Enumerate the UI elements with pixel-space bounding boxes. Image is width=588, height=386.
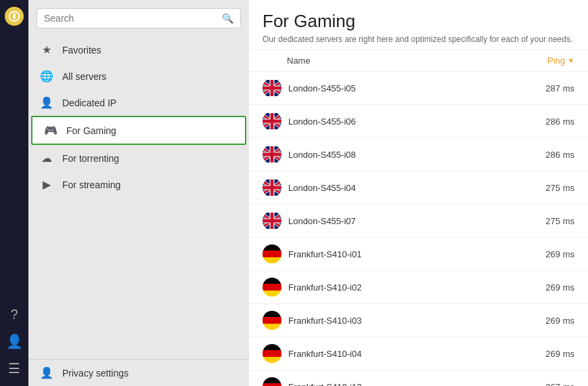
server-name: London-S455-i08 bbox=[288, 150, 507, 160]
table-row[interactable]: London-S455-i06 286 ms bbox=[249, 105, 588, 138]
server-name: London-S455-i07 bbox=[288, 216, 507, 226]
table-row[interactable]: London-S455-i04 275 ms bbox=[249, 171, 588, 205]
server-ping: 286 ms bbox=[507, 116, 574, 127]
streaming-icon: ▶ bbox=[39, 178, 54, 191]
server-ping: 269 ms bbox=[507, 316, 574, 326]
flag-de bbox=[263, 311, 281, 330]
table-header: Name Ping ▼ bbox=[249, 50, 588, 72]
server-ping: 275 ms bbox=[507, 183, 574, 193]
gaming-icon: 🎮 bbox=[43, 124, 58, 137]
sidebar-item-label: For streaming bbox=[62, 179, 120, 190]
main-content: For Gaming Our dedicated servers are rig… bbox=[249, 0, 588, 386]
column-ping[interactable]: Ping ▼ bbox=[507, 56, 574, 66]
server-ping: 269 ms bbox=[507, 349, 574, 359]
server-ping: 267 ms bbox=[507, 382, 574, 387]
flag-de bbox=[263, 244, 281, 263]
server-name: Frankfurt-S410-i12 bbox=[288, 382, 507, 387]
sidebar-item-for-gaming[interactable]: 🎮 For Gaming bbox=[31, 116, 246, 145]
app-logo bbox=[5, 7, 24, 26]
search-icon: 🔍 bbox=[222, 13, 233, 24]
sidebar-item-label: Favorites bbox=[62, 45, 101, 56]
server-ping: 275 ms bbox=[507, 216, 574, 226]
sidebar-item-dedicated-ip[interactable]: 👤 Dedicated IP bbox=[28, 89, 249, 116]
search-box[interactable]: 🔍 bbox=[37, 8, 241, 28]
sidebar-item-all-servers[interactable]: 🌐 All servers bbox=[28, 63, 249, 89]
server-name: London-S455-i06 bbox=[288, 116, 507, 127]
favorites-icon: ★ bbox=[39, 43, 54, 56]
dedicated-ip-icon: 👤 bbox=[39, 96, 54, 109]
server-ping: 287 ms bbox=[507, 83, 574, 93]
flag-uk bbox=[263, 145, 281, 164]
ping-label: Ping bbox=[547, 56, 565, 66]
account-icon[interactable]: 👤 bbox=[6, 333, 23, 349]
sidebar-item-label: All servers bbox=[62, 71, 106, 82]
privacy-icon: 👤 bbox=[39, 366, 54, 379]
sidebar-item-for-torrenting[interactable]: ☁ For torrenting bbox=[28, 145, 249, 171]
table-row[interactable]: London-S455-i08 286 ms bbox=[249, 138, 588, 171]
table-row[interactable]: Frankfurt-S410-i04 269 ms bbox=[249, 337, 588, 370]
icon-bar-bottom: ? 👤 ☰ bbox=[6, 307, 23, 386]
page-title: For Gaming bbox=[263, 11, 574, 32]
sidebar-item-favorites[interactable]: ★ Favorites bbox=[28, 37, 249, 63]
server-name: Frankfurt-S410-i03 bbox=[288, 316, 507, 326]
table-row[interactable]: London-S455-i07 275 ms bbox=[249, 205, 588, 238]
flag-uk bbox=[263, 211, 281, 230]
server-rows-container: London-S455-i05 287 ms London-S455-i06 2… bbox=[249, 72, 588, 386]
menu-icon[interactable]: ☰ bbox=[8, 360, 20, 377]
table-row[interactable]: London-S455-i05 287 ms bbox=[249, 72, 588, 105]
sidebar-item-label: For Gaming bbox=[66, 125, 116, 136]
flag-uk bbox=[263, 79, 281, 98]
server-ping: 269 ms bbox=[507, 282, 574, 293]
flag-de bbox=[263, 377, 281, 386]
search-input[interactable] bbox=[44, 13, 222, 24]
server-name: London-S455-i05 bbox=[288, 83, 507, 93]
server-name: London-S455-i04 bbox=[288, 183, 507, 193]
icon-bar: ? 👤 ☰ bbox=[0, 0, 28, 386]
server-ping: 269 ms bbox=[507, 249, 574, 259]
flag-de bbox=[263, 278, 281, 297]
flag-uk bbox=[263, 178, 281, 197]
table-row[interactable]: Frankfurt-S410-i03 269 ms bbox=[249, 304, 588, 337]
sidebar: 🔍 ★ Favorites 🌐 All servers 👤 Dedicated … bbox=[28, 0, 249, 386]
flag-uk bbox=[263, 112, 281, 131]
help-icon[interactable]: ? bbox=[10, 307, 18, 322]
server-table: Name Ping ▼ London-S455-i05 287 ms bbox=[249, 50, 588, 386]
sidebar-item-for-streaming[interactable]: ▶ For streaming bbox=[28, 171, 249, 198]
server-name: Frankfurt-S410-i01 bbox=[288, 249, 507, 259]
table-row[interactable]: Frankfurt-S410-i12 267 ms bbox=[249, 370, 588, 386]
sidebar-item-label: For torrenting bbox=[62, 153, 119, 164]
main-header: For Gaming Our dedicated servers are rig… bbox=[249, 0, 588, 50]
sidebar-item-label: Dedicated IP bbox=[62, 98, 116, 108]
sort-arrow-icon: ▼ bbox=[568, 57, 574, 64]
sidebar-item-label: Privacy settings bbox=[62, 368, 129, 379]
torrenting-icon: ☁ bbox=[39, 152, 54, 165]
globe-icon: 🌐 bbox=[39, 70, 54, 83]
server-ping: 286 ms bbox=[507, 150, 574, 160]
page-subtitle: Our dedicated servers are right here and… bbox=[263, 35, 574, 44]
sidebar-item-privacy-settings[interactable]: 👤 Privacy settings bbox=[28, 360, 249, 386]
column-name: Name bbox=[263, 56, 507, 66]
table-row[interactable]: Frankfurt-S410-i02 269 ms bbox=[249, 271, 588, 304]
flag-de bbox=[263, 344, 281, 363]
server-name: Frankfurt-S410-i02 bbox=[288, 282, 507, 293]
table-row[interactable]: Frankfurt-S410-i01 269 ms bbox=[249, 238, 588, 271]
server-name: Frankfurt-S410-i04 bbox=[288, 349, 507, 359]
